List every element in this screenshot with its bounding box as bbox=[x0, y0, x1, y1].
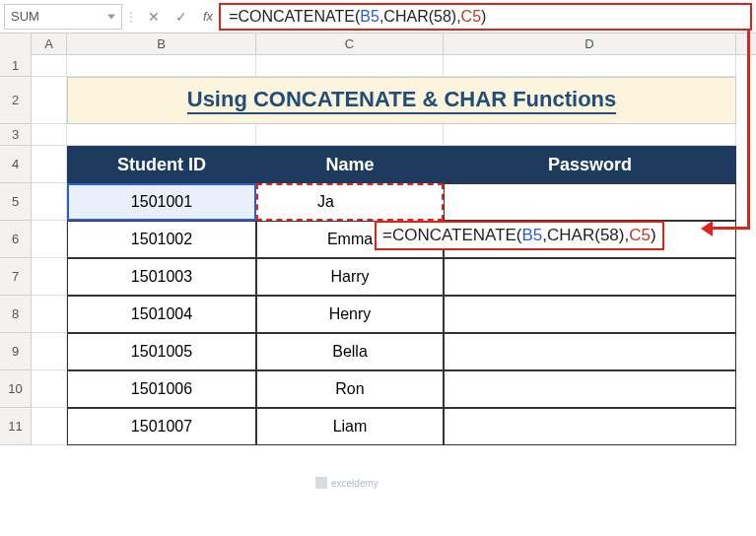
cell[interactable]: Liam bbox=[256, 408, 444, 445]
watermark-text: exceldemy bbox=[331, 478, 378, 489]
row-header[interactable]: 10 bbox=[0, 370, 32, 408]
cell[interactable] bbox=[67, 55, 256, 77]
cell[interactable] bbox=[67, 124, 256, 146]
cell-b5[interactable]: 1501001 bbox=[67, 183, 256, 221]
row-header[interactable]: 4 bbox=[0, 146, 32, 183]
cell[interactable] bbox=[444, 333, 736, 370]
formula-text: ) bbox=[481, 8, 486, 26]
col-header-a[interactable]: A bbox=[32, 34, 67, 54]
cell[interactable]: Ron bbox=[256, 370, 444, 408]
cell[interactable]: Harry bbox=[256, 258, 444, 296]
cell[interactable]: Henry bbox=[256, 296, 444, 333]
th-name[interactable]: Name bbox=[256, 146, 444, 183]
cell[interactable]: 1501004 bbox=[67, 296, 256, 333]
row-header[interactable]: 5 bbox=[0, 183, 32, 221]
formula-text: CONCATENATE( bbox=[238, 8, 360, 26]
cell[interactable]: Bella bbox=[256, 333, 444, 370]
formula-text: ,CHAR(58), bbox=[379, 8, 461, 26]
cell[interactable] bbox=[444, 258, 736, 296]
cell[interactable] bbox=[32, 333, 67, 370]
formula-bar: SUM ⋮ ✕ ✓ fx =CONCATENATE(B5,CHAR(58),C5… bbox=[0, 0, 756, 34]
cell[interactable]: 1501005 bbox=[67, 333, 256, 370]
cell-value: Ja bbox=[317, 193, 334, 211]
cell-d5[interactable] bbox=[444, 183, 736, 221]
name-box[interactable]: SUM bbox=[4, 4, 122, 30]
formula-overlay: =CONCATENATE(B5,CHAR(58),C5) bbox=[375, 221, 664, 250]
row-header[interactable]: 11 bbox=[0, 408, 32, 445]
formula-ref-c5: C5 bbox=[629, 226, 651, 245]
cell[interactable]: 1501002 bbox=[67, 221, 256, 258]
col-header-d[interactable]: D bbox=[444, 34, 736, 54]
watermark-icon bbox=[315, 477, 327, 489]
cell[interactable] bbox=[444, 370, 736, 408]
column-headers: A B C D bbox=[0, 34, 756, 55]
formula-text: ,CHAR(58), bbox=[542, 226, 629, 245]
fx-label[interactable]: fx bbox=[203, 9, 213, 24]
cell[interactable] bbox=[444, 55, 736, 77]
arrow-line bbox=[711, 227, 750, 230]
cell[interactable] bbox=[32, 77, 67, 124]
formula-text: CONCATENATE( bbox=[392, 226, 522, 245]
formula-ref-b5: B5 bbox=[360, 8, 379, 26]
col-header-c[interactable]: C bbox=[256, 34, 444, 54]
row-header[interactable]: 9 bbox=[0, 333, 32, 370]
arrow-head-icon bbox=[701, 221, 713, 236]
cell[interactable] bbox=[32, 370, 67, 408]
th-student-id[interactable]: Student ID bbox=[67, 146, 256, 183]
row-header[interactable]: 1 bbox=[0, 55, 32, 77]
cell[interactable] bbox=[32, 55, 67, 77]
cell[interactable] bbox=[32, 146, 67, 183]
cell[interactable] bbox=[32, 408, 67, 445]
cell[interactable]: 1501007 bbox=[67, 408, 256, 445]
cell[interactable]: 1501006 bbox=[67, 370, 256, 408]
row-header[interactable]: 2 bbox=[0, 77, 32, 124]
row-header[interactable]: 8 bbox=[0, 296, 32, 333]
row-header[interactable]: 6 bbox=[0, 221, 32, 258]
row-header[interactable]: 7 bbox=[0, 258, 32, 296]
cancel-formula-button[interactable]: ✕ bbox=[140, 4, 168, 30]
arrow-line bbox=[747, 30, 750, 227]
table-title: Using CONCATENATE & CHAR Functions bbox=[187, 87, 617, 114]
cell[interactable] bbox=[32, 258, 67, 296]
col-header-b[interactable]: B bbox=[67, 34, 256, 54]
divider: ⋮ bbox=[122, 9, 140, 25]
formula-input[interactable]: =CONCATENATE(B5,CHAR(58),C5) bbox=[219, 3, 752, 31]
cell[interactable] bbox=[256, 55, 444, 77]
th-password[interactable]: Password bbox=[444, 146, 736, 183]
title-cell[interactable]: Using CONCATENATE & CHAR Functions bbox=[67, 77, 736, 124]
watermark: exceldemy bbox=[315, 477, 378, 489]
cell[interactable] bbox=[444, 124, 736, 146]
formula-text: ) bbox=[651, 226, 656, 245]
cell[interactable] bbox=[32, 124, 67, 146]
cell[interactable] bbox=[32, 296, 67, 333]
select-all-corner[interactable] bbox=[0, 34, 32, 55]
row-header[interactable]: 3 bbox=[0, 124, 32, 146]
cell[interactable] bbox=[32, 183, 67, 221]
cell-c5[interactable]: Ja bbox=[256, 183, 444, 221]
formula-text: = bbox=[229, 8, 238, 26]
svg-rect-0 bbox=[315, 477, 327, 489]
formula-text: = bbox=[382, 226, 392, 245]
formula-ref-c5: C5 bbox=[461, 8, 481, 26]
cell[interactable] bbox=[32, 221, 67, 258]
cell[interactable]: 1501003 bbox=[67, 258, 256, 296]
grid: 1 2 Using CONCATENATE & CHAR Functions 3… bbox=[0, 55, 756, 445]
confirm-formula-button[interactable]: ✓ bbox=[168, 4, 195, 30]
cell[interactable] bbox=[444, 408, 736, 445]
formula-ref-b5: B5 bbox=[522, 226, 543, 245]
cell[interactable] bbox=[256, 124, 444, 146]
cell[interactable] bbox=[444, 296, 736, 333]
